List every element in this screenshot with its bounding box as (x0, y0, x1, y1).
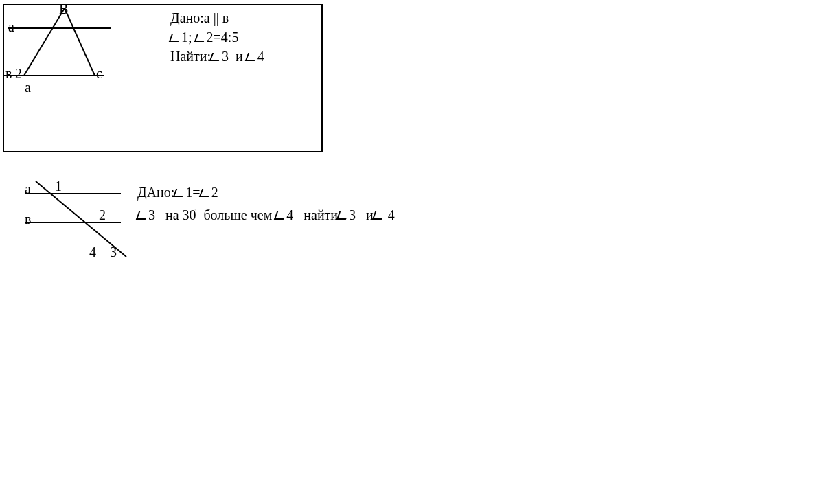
angle-icon (372, 211, 385, 220)
p2-angle3: 3 (110, 244, 117, 260)
p1-parallel: а || в (204, 10, 229, 25)
p1-find-label: Найти: (170, 49, 211, 64)
p1-given-label: Дано: (170, 10, 204, 25)
problem1-diagram (3, 4, 140, 114)
angle-icon (274, 211, 286, 220)
svg-line-3 (65, 8, 95, 76)
p2-a3: 3 (148, 207, 155, 222)
angle-icon (336, 211, 349, 220)
angle-icon (209, 53, 222, 61)
p2-a4: 4 (286, 207, 293, 222)
p1-point-c: с (96, 66, 102, 82)
p1-line-a: а (8, 19, 14, 35)
p1-line3: Найти:3 и 4 (170, 47, 264, 66)
p2-eq-r: 2 (211, 185, 218, 200)
angle-icon (136, 211, 148, 220)
p2-more: больше чем (203, 207, 272, 222)
angle-icon (173, 189, 185, 197)
p1-line2: 1; 2=4:5 (170, 27, 264, 47)
p2-f4: 4 (388, 207, 395, 222)
p2-angle1: 1 (55, 179, 62, 194)
svg-line-2 (24, 8, 65, 76)
problem2-text: ДАно:1=2 3 на 30° больше чем 4 найти3 и … (137, 183, 395, 225)
p1-point-a: а (25, 80, 31, 95)
p1-f4: 4 (258, 49, 264, 64)
angle-icon (198, 189, 211, 197)
p2-angle4: 4 (89, 244, 96, 260)
p2-line1: ДАно:1=2 (137, 183, 395, 202)
p2-angle2: 2 (99, 207, 106, 223)
p2-mid: на 30 (165, 207, 196, 222)
p2-line-a: а (25, 181, 31, 197)
p1-angle2: 2 (15, 66, 22, 82)
angle-icon (169, 34, 181, 42)
p1-f3: 3 (222, 49, 229, 64)
angle-icon (194, 34, 206, 42)
angle-icon (245, 53, 258, 61)
p1-ratio-r: 2=4:5 (207, 30, 239, 45)
p2-and: и (366, 207, 374, 222)
p2-eq-l: 1= (185, 185, 200, 200)
p1-ratio-l: 1; (181, 30, 192, 45)
p2-line-b: в (25, 211, 31, 227)
p2-given-label: ДАно: (137, 185, 174, 200)
p1-vertex-b: В (59, 1, 68, 17)
degree-icon: ° (194, 207, 197, 216)
p1-line-b: в (5, 66, 12, 82)
p1-and: и (236, 49, 243, 64)
problem1-text: Дано:а || в 1; 2=4:5 Найти:3 и 4 (170, 8, 264, 66)
p2-line2: 3 на 30° больше чем 4 найти3 и 4 (137, 202, 395, 225)
p1-line1: Дано:а || в (170, 8, 264, 27)
problem2-diagram (19, 180, 157, 276)
p2-f3: 3 (349, 207, 356, 222)
p2-find: найти (304, 207, 338, 222)
